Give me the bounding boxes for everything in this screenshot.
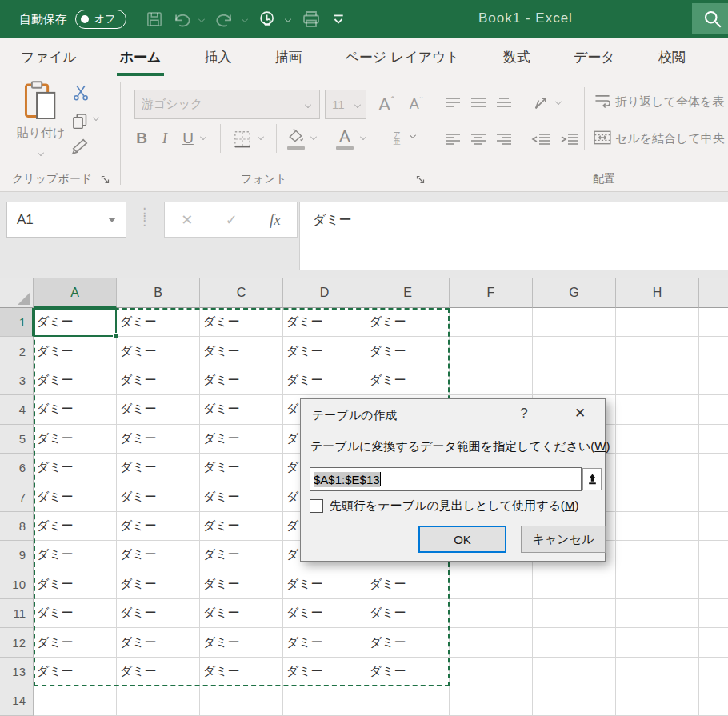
paste-dropdown-icon[interactable] (38, 150, 44, 156)
search-button[interactable] (692, 3, 728, 34)
cell-E10[interactable]: ダミー (366, 570, 450, 599)
cell-C1[interactable]: ダミー (200, 308, 283, 337)
cell-H11[interactable] (616, 599, 699, 628)
cell-B8[interactable]: ダミー (117, 512, 200, 541)
cell-F14[interactable] (450, 686, 533, 715)
cell-H12[interactable] (616, 628, 699, 657)
cell-F11[interactable] (450, 599, 533, 628)
cell-A4[interactable]: ダミー (34, 395, 117, 424)
row-header-13[interactable]: 13 (0, 658, 34, 686)
cell-partial-14[interactable] (699, 686, 728, 715)
row-header-6[interactable]: 6 (0, 454, 34, 482)
merge-center-label[interactable]: セルを結合して中央 (615, 131, 725, 146)
cell-E11[interactable]: ダミー (366, 599, 450, 628)
column-header-E[interactable]: E (366, 278, 450, 308)
cell-B1[interactable]: ダミー (117, 308, 200, 337)
dialog-close-icon[interactable]: ✕ (570, 405, 590, 422)
column-header-C[interactable]: C (200, 278, 283, 308)
cell-C4[interactable]: ダミー (200, 395, 283, 424)
cell-A1[interactable]: ダミー (34, 308, 117, 337)
cell-A10[interactable]: ダミー (34, 570, 117, 599)
cell-H5[interactable] (616, 425, 699, 454)
cell-B14[interactable] (117, 686, 200, 715)
cell-F13[interactable] (450, 658, 533, 686)
cell-A9[interactable]: ダミー (34, 541, 117, 570)
cell-B12[interactable]: ダミー (117, 628, 200, 657)
cell-G13[interactable] (533, 658, 616, 686)
formula-input[interactable]: ダミー (299, 202, 728, 270)
wrap-text-button[interactable] (592, 90, 613, 111)
cell-B4[interactable]: ダミー (117, 395, 200, 424)
cell-partial-12[interactable] (699, 628, 728, 657)
cell-G11[interactable] (533, 599, 616, 628)
touch-mouse-mode-icon[interactable] (258, 9, 278, 30)
cell-C5[interactable]: ダミー (200, 425, 283, 454)
cell-F1[interactable] (450, 308, 533, 337)
cell-A2[interactable]: ダミー (34, 337, 117, 366)
orientation-dropdown-icon[interactable] (555, 98, 562, 105)
cell-A12[interactable]: ダミー (34, 628, 117, 657)
underline-button[interactable]: U (176, 124, 200, 153)
headers-checkbox[interactable] (310, 499, 323, 513)
cell-E13[interactable]: ダミー (366, 658, 450, 686)
cell-C11[interactable]: ダミー (200, 599, 283, 628)
font-size-combo[interactable]: 11 (325, 90, 366, 119)
cell-H3[interactable] (616, 366, 699, 395)
cell-H2[interactable] (616, 337, 699, 366)
cell-C10[interactable]: ダミー (200, 570, 283, 599)
row-header-12[interactable]: 12 (0, 628, 34, 657)
column-header-D[interactable]: D (283, 278, 366, 308)
tab-0[interactable]: ファイル (18, 38, 80, 76)
cell-H8[interactable] (616, 512, 699, 541)
cell-C7[interactable]: ダミー (200, 482, 283, 511)
cell-partial-8[interactable] (699, 512, 728, 541)
clipboard-dialog-launcher-icon[interactable] (101, 175, 110, 185)
cell-F10[interactable] (450, 570, 533, 599)
cell-B11[interactable]: ダミー (117, 599, 200, 628)
row-header-5[interactable]: 5 (0, 425, 34, 454)
font-dialog-launcher-icon[interactable] (416, 175, 426, 185)
row-header-4[interactable]: 4 (0, 395, 34, 424)
column-header-A[interactable]: A (34, 278, 117, 308)
cell-D14[interactable] (283, 686, 366, 715)
cell-C8[interactable]: ダミー (200, 512, 283, 541)
cell-D3[interactable]: ダミー (283, 366, 366, 395)
cell-E3[interactable]: ダミー (366, 366, 450, 395)
undo-icon[interactable] (171, 9, 192, 30)
cell-F3[interactable] (450, 366, 533, 395)
formula-bar-resize-handle[interactable]: ⋮⋮ (138, 210, 151, 224)
cell-B13[interactable]: ダミー (117, 658, 200, 686)
fill-color-button[interactable] (283, 124, 309, 148)
align-top-button[interactable] (442, 94, 464, 111)
row-header-3[interactable]: 3 (0, 366, 34, 395)
cell-H13[interactable] (616, 658, 699, 686)
cell-D10[interactable]: ダミー (283, 570, 366, 599)
cell-E2[interactable]: ダミー (366, 337, 450, 366)
cell-F12[interactable] (450, 628, 533, 657)
cell-B6[interactable]: ダミー (117, 454, 200, 482)
cell-partial-6[interactable] (699, 454, 728, 482)
column-header-H[interactable]: H (616, 278, 699, 308)
row-header-9[interactable]: 9 (0, 541, 34, 570)
font-color-dropdown-icon[interactable] (360, 134, 366, 140)
redo-icon[interactable] (214, 9, 235, 30)
undo-dropdown-icon[interactable] (198, 14, 208, 24)
cell-D11[interactable]: ダミー (283, 599, 366, 628)
select-all-corner[interactable] (0, 278, 34, 308)
save-icon[interactable] (144, 9, 165, 30)
align-middle-button[interactable] (467, 94, 490, 111)
tab-3[interactable]: 描画 (271, 38, 305, 76)
cell-H4[interactable] (616, 395, 699, 424)
font-color-button[interactable]: A (331, 124, 358, 148)
column-header-partial[interactable] (699, 278, 728, 308)
cell-H14[interactable] (616, 686, 699, 715)
increase-indent-button[interactable] (557, 130, 582, 148)
cell-C6[interactable]: ダミー (200, 454, 283, 482)
increase-font-size-button[interactable]: Aˆ (372, 90, 401, 119)
copy-dropdown-icon[interactable] (93, 114, 99, 121)
tab-2[interactable]: 挿入 (201, 38, 234, 76)
cell-G12[interactable] (533, 628, 616, 657)
cell-E14[interactable] (366, 686, 450, 715)
cell-G1[interactable] (533, 308, 616, 337)
tab-7[interactable]: 校閲 (655, 38, 689, 76)
